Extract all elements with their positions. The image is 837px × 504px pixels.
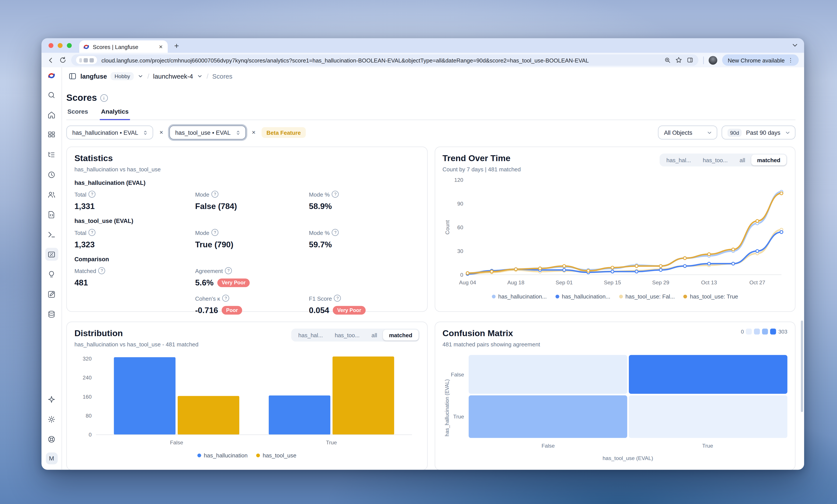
scrollbar[interactable] (801, 320, 803, 412)
sidebar-item-settings[interactable] (45, 413, 58, 425)
breadcrumb-page: Scores (212, 73, 232, 80)
remove-score2-button[interactable]: ✕ (250, 130, 257, 135)
info-icon[interactable]: i (100, 94, 108, 102)
sidebar-item-annotations[interactable] (45, 287, 58, 300)
side-panel-icon[interactable] (687, 57, 694, 63)
svg-text:Aug 18: Aug 18 (507, 280, 524, 285)
breadcrumb-org[interactable]: langfuse (81, 73, 107, 80)
sidebar-item-whats-new[interactable] (45, 393, 58, 406)
help-icon[interactable]: ? (211, 191, 218, 198)
sidebar-item-support[interactable] (45, 433, 58, 445)
svg-text:0: 0 (89, 432, 92, 437)
profile-avatar[interactable] (709, 56, 717, 64)
legend-item[interactable]: has_hallucination... (555, 293, 610, 300)
legend-item[interactable]: has_tool_use: True (683, 293, 738, 300)
trend-title: Trend Over Time (443, 153, 521, 163)
distribution-legend: has_hallucination has_tool_use (74, 452, 419, 459)
segment-matched[interactable]: matched (751, 154, 786, 165)
chevron-down-icon (707, 130, 712, 135)
browser-tab[interactable]: Scores | Langfuse ✕ (79, 40, 168, 53)
object-type-select[interactable]: All Objects (658, 125, 717, 139)
help-icon[interactable]: ? (89, 229, 95, 236)
org-chevron-icon[interactable] (138, 73, 144, 79)
sidebar-item-prompts[interactable] (45, 208, 58, 221)
user-avatar[interactable]: M (46, 452, 57, 464)
new-chrome-button[interactable]: New Chrome available ⋮ (722, 54, 799, 66)
close-window-button[interactable] (49, 43, 53, 48)
svg-text:320: 320 (83, 356, 92, 361)
confusion-cell-true-false[interactable] (468, 395, 627, 438)
address-bar[interactable]: cloud.langfuse.com/project/cmhnuoj660007… (71, 54, 699, 66)
back-icon[interactable] (47, 56, 54, 64)
help-icon[interactable]: ? (98, 267, 105, 274)
sidebar-item-search[interactable] (45, 88, 58, 101)
sidebar-item-dashboards[interactable] (45, 128, 58, 141)
app-sidebar: M (42, 67, 62, 470)
segment-has-hal[interactable]: has_hal... (660, 154, 697, 165)
tab-analytics[interactable]: Analytics (100, 108, 130, 120)
legend-item[interactable]: has_tool_use: Fal... (619, 293, 675, 300)
score2-label: has_tool_use • EVAL (175, 129, 231, 136)
sidebar-item-users[interactable] (45, 188, 58, 201)
legend-item[interactable]: has_hallucination (197, 452, 247, 459)
breadcrumb-project[interactable]: launchweek-4 (153, 73, 193, 80)
segment-matched[interactable]: matched (383, 330, 418, 340)
sidebar-toggle-icon[interactable] (68, 72, 76, 80)
score1-select[interactable]: has_hallucination • EVAL (66, 125, 153, 139)
rating-badge: Very Poor (333, 306, 366, 314)
plan-badge: Hobby (111, 72, 134, 80)
date-range-select[interactable]: 90d Past 90 days (722, 125, 796, 139)
help-icon[interactable]: ? (225, 267, 232, 274)
langfuse-logo[interactable] (48, 72, 56, 80)
url-text[interactable]: cloud.langfuse.com/project/cmhnuoj660007… (101, 57, 660, 63)
confusion-ylabel: has_hallucination (EVAL) (443, 355, 450, 461)
remove-score1-button[interactable]: ✕ (158, 130, 165, 135)
sidebar-item-playground[interactable] (45, 228, 58, 241)
help-icon[interactable]: ? (334, 295, 341, 301)
minimize-window-button[interactable] (58, 43, 63, 48)
sidebar-item-home[interactable] (45, 108, 58, 121)
sidebar-item-datasets[interactable] (45, 307, 58, 320)
sidebar-item-tracing[interactable] (45, 148, 58, 161)
browser-menu-icon[interactable]: ⋮ (788, 57, 794, 63)
confusion-cell-false-true[interactable] (629, 355, 787, 394)
sidebar-item-scores[interactable] (45, 248, 58, 261)
new-tab-button[interactable]: + (174, 42, 179, 50)
trend-subtitle: Count by 7 days | 481 matched (443, 166, 521, 172)
segment-all[interactable]: all (734, 154, 751, 165)
statistics-title: Statistics (74, 153, 419, 163)
date-range-badge: 90d (727, 128, 742, 136)
help-icon[interactable]: ? (89, 191, 95, 198)
chevron-down-icon (785, 130, 790, 135)
scale-min: 0 (741, 329, 744, 334)
tab-scores[interactable]: Scores (66, 108, 89, 119)
browser-toolbar: cloud.langfuse.com/project/cmhnuoj660007… (42, 53, 804, 67)
help-icon[interactable]: ? (211, 229, 218, 236)
segment-has-too[interactable]: has_too... (697, 154, 734, 165)
metric-cohens-kappa: Cohen's κ? -0.716Poor (195, 295, 309, 315)
help-icon[interactable]: ? (332, 229, 339, 236)
help-icon[interactable]: ? (332, 191, 339, 198)
confusion-cell-false-false[interactable] (468, 355, 627, 394)
tab-close-icon[interactable]: ✕ (158, 44, 164, 50)
bookmark-star-icon[interactable] (676, 57, 682, 63)
tab-search-chevron-icon[interactable] (791, 42, 799, 49)
project-chevron-icon[interactable] (197, 73, 203, 79)
sidebar-item-evals[interactable] (45, 268, 58, 281)
metric-total: Total? 1,323 (74, 229, 195, 249)
legend-item[interactable]: has_hallucination... (492, 293, 547, 300)
svg-text:True: True (326, 440, 337, 445)
segment-all[interactable]: all (366, 330, 383, 340)
langfuse-app: M langfuse Hobby / launchweek-4 / Scores (42, 67, 804, 470)
reload-icon[interactable] (59, 57, 66, 63)
confusion-cell-true-true[interactable] (629, 395, 787, 438)
help-icon[interactable]: ? (222, 295, 229, 301)
score2-select[interactable]: has_tool_use • EVAL (170, 125, 246, 139)
segment-has-hal[interactable]: has_hal... (292, 330, 329, 340)
segment-has-too[interactable]: has_too... (329, 330, 366, 340)
tab-group-chip[interactable] (76, 56, 97, 64)
sidebar-item-sessions[interactable] (45, 168, 58, 181)
zoom-icon[interactable] (664, 57, 671, 63)
legend-item[interactable]: has_tool_use (256, 452, 296, 459)
maximize-window-button[interactable] (67, 43, 72, 48)
